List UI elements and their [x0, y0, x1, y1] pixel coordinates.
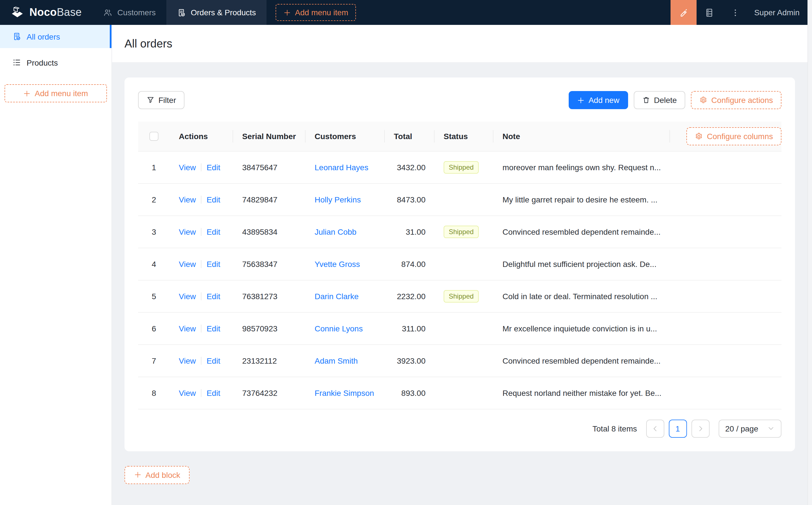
- column-header-configure: Configure columns: [670, 122, 782, 151]
- sidebar-item-all-orders[interactable]: All orders: [0, 25, 112, 48]
- chevron-left-icon: [651, 425, 659, 432]
- delete-button[interactable]: Delete: [634, 91, 685, 109]
- edit-link[interactable]: Edit: [207, 356, 220, 365]
- add-new-button[interactable]: Add new: [569, 91, 628, 109]
- add-menu-item-button-sidebar[interactable]: Add menu item: [5, 84, 107, 102]
- edit-link[interactable]: Edit: [207, 195, 220, 204]
- total-cell: 3432.00: [385, 151, 435, 183]
- table-row: 4ViewEdit75638347Yvette Gross874.00Delig…: [138, 248, 782, 280]
- next-page-button[interactable]: [691, 419, 709, 438]
- view-link[interactable]: View: [179, 292, 196, 301]
- total-cell: 311.00: [385, 312, 435, 344]
- note-cell: moreover man feelings own shy. Request n…: [494, 151, 670, 183]
- status-cell: Shipped: [435, 280, 494, 312]
- trash-icon: [642, 96, 650, 104]
- customer-link[interactable]: Holly Perkins: [315, 195, 361, 204]
- plugin-manager-button[interactable]: [697, 0, 722, 25]
- nav-tab-orders-products[interactable]: Orders & Products: [166, 0, 267, 25]
- serial-number-cell: 38475647: [233, 151, 305, 183]
- select-all-checkbox[interactable]: [149, 132, 158, 141]
- nav-tab-customers[interactable]: Customers: [93, 0, 166, 25]
- customer-link[interactable]: Yvette Gross: [315, 259, 360, 268]
- configure-cell: [670, 377, 782, 409]
- view-link[interactable]: View: [179, 195, 196, 204]
- sidebar-item-label: All orders: [27, 32, 60, 41]
- row-index-cell: 4: [138, 248, 170, 280]
- customer-link[interactable]: Leonard Hayes: [315, 163, 368, 172]
- column-header-select: [138, 122, 170, 151]
- nocobase-logo-icon: [10, 6, 25, 19]
- customer-link[interactable]: Frankie Simpson: [315, 388, 374, 397]
- divider: [201, 195, 201, 203]
- table-row: 3ViewEdit43895834Julian Cobb31.00Shipped…: [138, 215, 782, 248]
- more-menu-button[interactable]: [722, 0, 749, 25]
- customer-link[interactable]: Julian Cobb: [315, 227, 357, 236]
- total-cell: 2232.00: [385, 280, 435, 312]
- configure-columns-button[interactable]: Configure columns: [687, 127, 782, 145]
- edit-link[interactable]: Edit: [207, 163, 220, 172]
- serial-number-cell: 76381273: [233, 280, 305, 312]
- add-menu-item-button-header[interactable]: Add menu item: [276, 4, 356, 21]
- prev-page-button[interactable]: [646, 419, 664, 438]
- filter-icon: [147, 96, 154, 104]
- list-icon: [12, 58, 21, 67]
- column-header-total: Total: [385, 122, 435, 151]
- status-badge: Shipped: [444, 161, 479, 173]
- ui-editor-button[interactable]: [671, 0, 697, 25]
- table-row: 5ViewEdit76381273Darin Clarke2232.00Ship…: [138, 280, 782, 312]
- customer-link[interactable]: Connie Lyons: [315, 324, 363, 333]
- serial-number-cell: 98570923: [233, 312, 305, 344]
- add-block-button[interactable]: Add block: [125, 466, 190, 484]
- column-header-note: Note: [494, 122, 670, 151]
- customer-cell: Holly Perkins: [305, 183, 385, 215]
- table-toolbar: Filter Add new Delete: [138, 91, 782, 109]
- table-row: 6ViewEdit98570923Connie Lyons311.00Mr ex…: [138, 312, 782, 344]
- scrollbar-track[interactable]: [807, 0, 812, 505]
- configure-cell: [670, 344, 782, 377]
- header-right: Super Admin: [671, 0, 812, 25]
- edit-link[interactable]: Edit: [207, 324, 220, 333]
- view-link[interactable]: View: [179, 324, 196, 333]
- user-menu[interactable]: Super Admin: [749, 8, 812, 17]
- view-link[interactable]: View: [179, 356, 196, 365]
- row-actions-cell: ViewEdit: [170, 248, 233, 280]
- database-icon: [705, 8, 714, 17]
- status-cell: [435, 344, 494, 377]
- view-link[interactable]: View: [179, 259, 196, 268]
- row-actions-cell: ViewEdit: [170, 377, 233, 409]
- page-size-select[interactable]: 20 / page: [718, 419, 782, 438]
- view-link[interactable]: View: [179, 163, 196, 172]
- row-actions-cell: ViewEdit: [170, 344, 233, 377]
- logo[interactable]: NocoBase: [0, 0, 93, 25]
- status-cell: [435, 248, 494, 280]
- edit-link[interactable]: Edit: [207, 259, 220, 268]
- sidebar-item-products[interactable]: Products: [0, 51, 112, 74]
- customer-link[interactable]: Adam Smith: [315, 356, 358, 365]
- view-link[interactable]: View: [179, 388, 196, 397]
- view-link[interactable]: View: [179, 227, 196, 236]
- page-1-button[interactable]: 1: [669, 419, 687, 438]
- status-badge: Shipped: [444, 290, 479, 302]
- edit-link[interactable]: Edit: [207, 292, 220, 301]
- divider: [201, 228, 201, 235]
- edit-link[interactable]: Edit: [207, 227, 220, 236]
- filter-button[interactable]: Filter: [138, 91, 184, 109]
- configure-actions-button[interactable]: Configure actions: [691, 91, 782, 109]
- edit-link[interactable]: Edit: [207, 388, 220, 397]
- row-index-cell: 8: [138, 377, 170, 409]
- customer-cell: Adam Smith: [305, 344, 385, 377]
- ellipsis-vertical-icon: [731, 8, 740, 17]
- customer-cell: Julian Cobb: [305, 215, 385, 248]
- divider: [201, 357, 201, 364]
- serial-number-cell: 74829847: [233, 183, 305, 215]
- total-cell: 31.00: [385, 215, 435, 248]
- total-cell: 8473.00: [385, 183, 435, 215]
- nav-tab-label: Customers: [117, 8, 156, 17]
- customer-link[interactable]: Darin Clarke: [315, 292, 359, 301]
- divider: [201, 324, 201, 332]
- column-header-status: Status: [435, 122, 494, 151]
- status-badge: Shipped: [444, 225, 479, 238]
- orders-table-block: Filter Add new Delete: [125, 77, 795, 451]
- page-header: All orders: [112, 25, 812, 62]
- row-index-cell: 7: [138, 344, 170, 377]
